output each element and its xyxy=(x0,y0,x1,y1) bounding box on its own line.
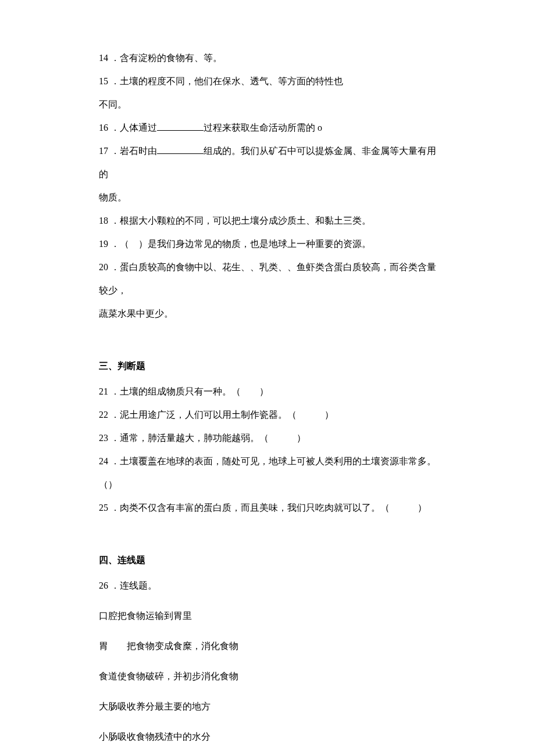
question-text: ．肉类不仅含有丰富的蛋白质，而且美味，我们只吃肉就可以了。（ ） xyxy=(110,503,427,513)
question-number: 24 xyxy=(99,456,108,466)
fill-blank[interactable] xyxy=(157,144,204,154)
question-text: ．土壤覆盖在地球的表面，随处可见，地球上可被人类利用的土壤资源非常多。 xyxy=(110,456,436,466)
document-page: 14 ．含有淀粉的食物有、等。 15 ．土壤的程度不同，他们在保水、透气、等方面… xyxy=(0,0,535,756)
question-text: ．蛋白质较高的食物中以、花生、、乳类、、鱼虾类含蛋白质较高，而谷类含量较少， xyxy=(99,262,436,295)
question-14: 14 ．含有淀粉的食物有、等。 xyxy=(99,46,436,70)
question-text: ．（ ）是我们身边常见的物质，也是地球上一种重要的资源。 xyxy=(110,239,371,249)
question-text: ．含有淀粉的食物有、等。 xyxy=(110,53,222,63)
question-24-cont: （） xyxy=(99,473,436,496)
question-number: 23 xyxy=(99,433,108,443)
section-4-title: 四、连线题 xyxy=(99,549,436,572)
question-15-cont: 不同。 xyxy=(99,93,436,116)
question-number: 18 xyxy=(99,216,108,225)
question-number: 17 xyxy=(99,146,108,156)
question-number: 19 xyxy=(99,239,108,249)
question-23: 23 ．通常，肺活量越大，肺功能越弱。（ ） xyxy=(99,427,436,450)
question-text: ．根据大小颗粒的不同，可以把土壤分成沙质土、和黏土三类。 xyxy=(110,216,371,225)
question-number: 14 xyxy=(99,53,108,63)
question-text-prefix: ．人体通过 xyxy=(110,123,157,132)
question-text: ．连线题。 xyxy=(110,581,157,590)
question-15: 15 ．土壤的程度不同，他们在保水、透气、等方面的特性也 xyxy=(99,70,436,93)
question-number: 16 xyxy=(99,123,108,132)
question-number: 15 xyxy=(99,76,108,86)
question-20: 20 ．蛋白质较高的食物中以、花生、、乳类、、鱼虾类含蛋白质较高，而谷类含量较少… xyxy=(99,256,436,302)
match-item: 大肠吸收养分最主要的地方 xyxy=(99,695,436,718)
question-number: 25 xyxy=(99,503,108,513)
question-text-prefix: ．岩石时由 xyxy=(110,146,157,156)
match-item: 食道使食物破碎，并初步消化食物 xyxy=(99,665,436,688)
question-24: 24 ．土壤覆盖在地球的表面，随处可见，地球上可被人类利用的土壤资源非常多。 xyxy=(99,450,436,473)
question-19: 19 ．（ ）是我们身边常见的物质，也是地球上一种重要的资源。 xyxy=(99,232,436,256)
question-22: 22 ．泥土用途广泛，人们可以用土制作瓷器。（ ） xyxy=(99,403,436,427)
question-17: 17 ．岩石时由组成的。我们从矿石中可以提炼金属、非金属等大量有用的 xyxy=(99,139,436,186)
question-20-cont: 蔬菜水果中更少。 xyxy=(99,302,436,325)
question-17-cont: 物质。 xyxy=(99,186,436,209)
question-text: ．土壤的组成物质只有一种。（ ） xyxy=(110,386,269,396)
question-text-suffix: 过程来获取生命活动所需的 o xyxy=(204,123,322,132)
match-item: 胃 把食物变成食糜，消化食物 xyxy=(99,635,436,658)
question-number: 22 xyxy=(99,410,108,420)
question-26: 26 ．连线题。 xyxy=(99,574,436,597)
question-16: 16 ．人体通过过程来获取生命活动所需的 o xyxy=(99,116,436,139)
question-number: 26 xyxy=(99,581,108,590)
question-25: 25 ．肉类不仅含有丰富的蛋白质，而且美味，我们只吃肉就可以了。（ ） xyxy=(99,496,436,519)
question-number: 20 xyxy=(99,262,108,272)
question-21: 21 ．土壤的组成物质只有一种。（ ） xyxy=(99,380,436,403)
match-item: 口腔把食物运输到胃里 xyxy=(99,604,436,628)
fill-blank[interactable] xyxy=(157,121,204,131)
section-3-title: 三、判断题 xyxy=(99,354,436,378)
question-text: ．泥土用途广泛，人们可以用土制作瓷器。（ ） xyxy=(110,410,334,420)
match-item: 小肠吸收食物残渣中的水分 xyxy=(99,725,436,748)
question-text: ．土壤的程度不同，他们在保水、透气、等方面的特性也 xyxy=(110,76,343,86)
question-number: 21 xyxy=(99,386,108,396)
question-text: ．通常，肺活量越大，肺功能越弱。（ ） xyxy=(110,433,306,443)
question-18: 18 ．根据大小颗粒的不同，可以把土壤分成沙质土、和黏土三类。 xyxy=(99,209,436,232)
